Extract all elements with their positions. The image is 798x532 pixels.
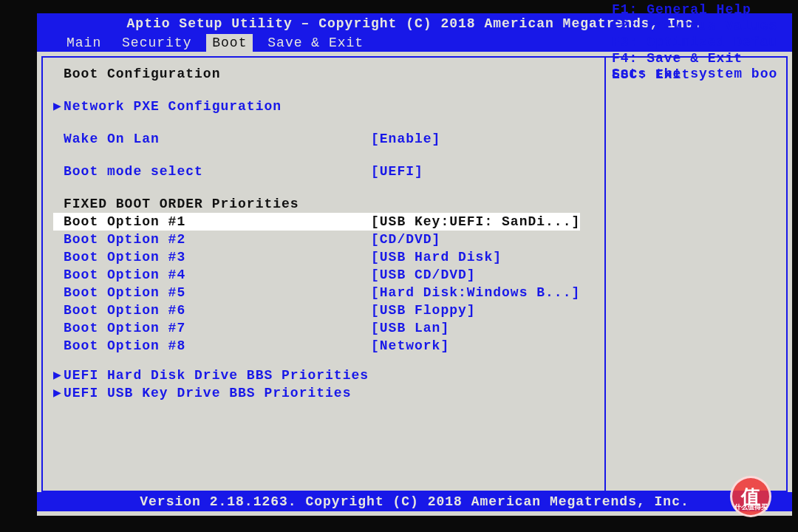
option-boot-2[interactable]: Boot Option #2 [CD/DVD]: [53, 231, 594, 248]
tab-security[interactable]: Security: [116, 34, 197, 52]
footer-bar: Version 2.18.1263. Copyright (C) 2018 Am…: [37, 492, 792, 511]
boot3-label: Boot Option #3: [53, 248, 371, 266]
key-f1: F1: General Help: [612, 1, 786, 18]
boot1-value: [USB Key:UEFI: SanDi...]: [371, 213, 580, 231]
key-help: →←: Select Screen ↑↓: Select Item Enter:…: [612, 0, 786, 83]
badge-subtext: 什么值得买: [734, 502, 768, 512]
boot5-value: [Hard Disk:Windows B...]: [371, 284, 580, 301]
option-boot-6[interactable]: Boot Option #6 [USB Floppy]: [53, 301, 594, 319]
left-panel: Boot Configuration ▶ Network PXE Configu…: [43, 58, 604, 409]
wol-value: [Enable]: [371, 130, 440, 148]
key-f2: F2: Previous Values: [612, 18, 786, 34]
triangle-right-icon: ▶: [53, 384, 64, 402]
option-boot-3[interactable]: Boot Option #3 [USB Hard Disk]: [53, 248, 594, 266]
option-boot-mode[interactable]: Boot mode select [UEFI]: [53, 163, 594, 180]
content-frame: Boot Configuration ▶ Network PXE Configu…: [41, 56, 788, 492]
option-boot-5[interactable]: Boot Option #5 [Hard Disk:Windows B...]: [53, 284, 594, 301]
option-wake-on-lan[interactable]: Wake On Lan [Enable]: [53, 130, 594, 148]
submenu-network-pxe[interactable]: ▶ Network PXE Configuration: [53, 98, 594, 115]
submenu-uefi-hdd-bbs[interactable]: ▶ UEFI Hard Disk Drive BBS Priorities: [53, 366, 594, 384]
boot3-value: [USB Hard Disk]: [371, 248, 502, 266]
option-boot-4[interactable]: Boot Option #4 [USB CD/DVD]: [53, 266, 594, 284]
bbs1-label: UEFI Hard Disk Drive BBS Priorities: [64, 366, 369, 384]
boot1-label: Boot Option #1: [53, 213, 371, 231]
pxe-label: Network PXE Configuration: [64, 98, 282, 115]
wol-label: Wake On Lan: [53, 130, 371, 148]
boot8-label: Boot Option #8: [53, 337, 371, 355]
boot-mode-value: [UEFI]: [371, 163, 423, 180]
key-f4: F4: Save & Exit: [612, 50, 786, 66]
boot4-value: [USB CD/DVD]: [371, 266, 476, 284]
boot6-value: [USB Floppy]: [371, 301, 476, 319]
watermark-badge: 值 什么值得买: [730, 476, 771, 517]
submenu-uefi-usb-bbs[interactable]: ▶ UEFI USB Key Drive BBS Priorities: [53, 384, 594, 402]
section-fixed-boot-order: FIXED BOOT ORDER Priorities: [53, 195, 594, 213]
key-esc: ESC: Exit: [612, 66, 786, 83]
tab-main[interactable]: Main: [61, 34, 107, 52]
option-boot-8[interactable]: Boot Option #8 [Network]: [53, 337, 594, 355]
triangle-right-icon: ▶: [53, 366, 64, 384]
boot4-label: Boot Option #4: [53, 266, 371, 284]
boot6-label: Boot Option #6: [53, 301, 371, 319]
key-f3: F3: Optimized Defau: [612, 34, 786, 50]
boot7-label: Boot Option #7: [53, 319, 371, 337]
help-panel: Sets the system boo →←: Select Screen ↑↓…: [606, 58, 786, 90]
boot5-label: Boot Option #5: [53, 284, 371, 301]
bbs2-label: UEFI USB Key Drive BBS Priorities: [64, 384, 351, 402]
boot2-label: Boot Option #2: [53, 231, 371, 248]
triangle-right-icon: ▶: [53, 98, 64, 115]
boot2-value: [CD/DVD]: [371, 231, 440, 248]
tab-save-exit[interactable]: Save & Exit: [262, 34, 369, 52]
tab-boot[interactable]: Boot: [206, 34, 253, 52]
panel-divider: [604, 58, 606, 491]
boot8-value: [Network]: [371, 337, 449, 355]
section-boot-config: Boot Configuration: [53, 65, 594, 83]
boot7-value: [USB Lan]: [371, 319, 449, 337]
option-boot-1[interactable]: Boot Option #1 [USB Key:UEFI: SanDi...]: [53, 213, 594, 231]
option-boot-7[interactable]: Boot Option #7 [USB Lan]: [53, 319, 594, 337]
boot-mode-label: Boot mode select: [53, 163, 371, 180]
